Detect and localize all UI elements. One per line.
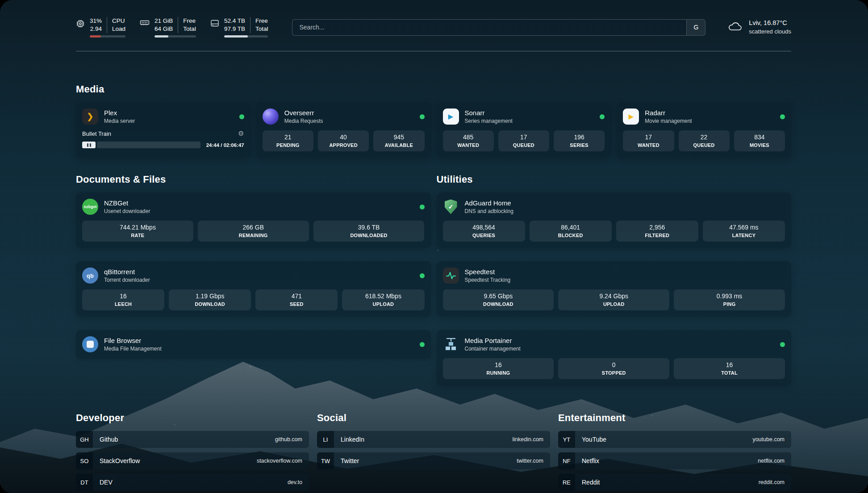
disk-label-1: Free — [250, 17, 268, 25]
bookmark-abbr: SO — [76, 452, 93, 469]
app-card-plex[interactable]: ❯ Plex Media server Bullet Train ⚙ 24:44… — [76, 102, 250, 158]
stat-tile: 266 GBREMAINING — [198, 221, 309, 242]
bookmark-github[interactable]: GH Github github.com — [76, 431, 309, 448]
bookmark-abbr: RE — [558, 474, 575, 491]
stat-tile: 945AVAILABLE — [373, 130, 424, 151]
status-dot — [780, 114, 785, 119]
bookmark-name: Github — [100, 436, 118, 443]
pause-button[interactable] — [82, 142, 96, 148]
overseerr-icon — [263, 109, 279, 125]
nzbget-icon: nzbget — [82, 199, 98, 215]
app-card-sonarr[interactable]: ▶ Sonarr Series management 485WANTED 17Q… — [437, 102, 611, 158]
stat-tile: 2,956FILTERED — [616, 221, 698, 242]
app-card-filebrowser[interactable]: File Browser Media File Management — [76, 330, 431, 359]
app-card-speedtest[interactable]: Speedtest Speedtest Tracking 9.65 GbpsDO… — [437, 261, 792, 317]
media-grid: ❯ Plex Media server Bullet Train ⚙ 24:44… — [76, 102, 791, 158]
bookmark-url: linkedin.com — [513, 436, 543, 443]
app-subtitle: Media Requests — [284, 118, 323, 124]
app-card-radarr[interactable]: ▶ Radarr Movie management 17WANTED 22QUE… — [617, 102, 791, 158]
stat-tile: 9.24 GbpsUPLOAD — [558, 289, 669, 310]
cpu-stats: 31% CPU 2.94 Load — [90, 17, 125, 33]
stat-tile: 16RUNNING — [443, 358, 554, 379]
app-card-qbittorrent[interactable]: qb qBittorrent Torrent downloader 16LEEC… — [76, 261, 431, 317]
cpu-widget: 31% CPU 2.94 Load — [76, 17, 125, 38]
app-card-overseerr[interactable]: Overseerr Media Requests 21PENDING 40APP… — [256, 102, 431, 158]
stat-tile: 834MOVIES — [734, 130, 785, 151]
stat-tile: 17WANTED — [623, 130, 674, 151]
bookmark-netflix[interactable]: NF Netflix netflix.com — [558, 452, 791, 469]
playback-time: 24:44 / 02:06:47 — [206, 142, 244, 148]
stat-tile: 16TOTAL — [674, 358, 785, 379]
stat-tile: 0.993 msPING — [674, 289, 785, 310]
memory-free-value: 21 GiB — [154, 17, 178, 25]
header-divider — [76, 51, 791, 51]
bookmark-abbr: DT — [76, 474, 93, 491]
app-subtitle: Usenet downloader — [104, 208, 150, 214]
status-dot — [420, 273, 425, 278]
background-snow-specks — [0, 0, 1, 1]
status-dot — [420, 114, 425, 119]
app-card-portainer[interactable]: Media Portainer Container management 16R… — [437, 330, 792, 385]
filebrowser-icon — [82, 336, 98, 352]
cpu-load-percent: 31% — [90, 17, 107, 25]
bookmark-url: netflix.com — [758, 458, 785, 464]
weather-location-temp: Lviv, 16.87°C — [749, 19, 791, 27]
stat-tile: 17QUEUED — [498, 130, 549, 151]
gear-icon[interactable]: ⚙ — [238, 130, 244, 138]
bookmark-url: stackoverflow.com — [257, 458, 302, 464]
app-name: Speedtest — [465, 268, 511, 276]
app-subtitle: DNS and adblocking — [465, 208, 513, 214]
app-subtitle: Series management — [465, 118, 513, 124]
stat-tile: 0STOPPED — [558, 358, 669, 379]
bookmark-name: Netflix — [582, 457, 599, 464]
search-input[interactable] — [292, 20, 686, 35]
section-title-documents: Documents & Files — [76, 174, 431, 185]
status-dot — [239, 114, 244, 119]
disk-widget: 52.4 TB Free 97.9 TB Total — [210, 17, 268, 38]
cpu-label-1: CPU — [107, 17, 125, 25]
bookmark-dev[interactable]: DT DEV dev.to — [76, 474, 309, 491]
status-dot — [420, 205, 425, 209]
section-title-social: Social — [317, 412, 550, 424]
app-card-nzbget[interactable]: nzbget NZBGet Usenet downloader 744.21 M… — [76, 192, 431, 248]
playback-progress-track[interactable] — [97, 142, 200, 148]
bookmark-url: dev.to — [288, 479, 302, 485]
dashboard-window: 31% CPU 2.94 Load 21 — [0, 0, 868, 493]
stat-tile: 21PENDING — [263, 130, 313, 151]
stat-tile: 22QUEUED — [679, 130, 730, 151]
app-name: AdGuard Home — [465, 199, 513, 207]
bookmark-stackoverflow[interactable]: SO StackOverflow stackoverflow.com — [76, 452, 309, 469]
bookmark-youtube[interactable]: YT YouTube youtube.com — [558, 431, 791, 448]
stat-tile: 1.19 GbpsDOWNLOAD — [169, 289, 251, 310]
app-subtitle: Media server — [104, 118, 135, 124]
bookmark-abbr: TW — [317, 452, 334, 469]
app-name: Media Portainer — [465, 337, 521, 344]
search-engine-button[interactable]: G — [686, 20, 705, 35]
app-name: Plex — [104, 109, 135, 117]
bookmark-linkedin[interactable]: LI LinkedIn linkedin.com — [317, 431, 550, 448]
disk-stats: 52.4 TB Free 97.9 TB Total — [224, 17, 268, 33]
bookmark-reddit[interactable]: RE Reddit reddit.com — [558, 474, 791, 491]
bookmark-abbr: GH — [76, 431, 93, 448]
bookmark-twitter[interactable]: TW Twitter twitter.com — [317, 452, 550, 469]
bookmarks-social: Social LI LinkedIn linkedin.com TW Twitt… — [317, 412, 550, 493]
search-bar: G — [292, 19, 705, 36]
memory-ram-icon — [140, 19, 150, 28]
section-title-entertainment: Entertainment — [558, 412, 791, 424]
utilities-column: Utilities ✓ AdGuard Home DNS and adblock… — [437, 174, 792, 385]
app-name: File Browser — [104, 337, 162, 344]
bookmark-name: YouTube — [582, 436, 606, 443]
bookmarks-developer: Developer GH Github github.com SO StackO… — [76, 412, 309, 493]
dashboard-content: 31% CPU 2.94 Load 21 — [76, 0, 791, 493]
disk-drive-icon — [210, 19, 219, 29]
status-dot — [780, 342, 785, 347]
stat-tile: 485WANTED — [443, 130, 494, 151]
app-card-adguard[interactable]: ✓ AdGuard Home DNS and adblocking 498,56… — [437, 192, 792, 248]
memory-label-1: Free — [178, 17, 196, 25]
weather-widget: Lviv, 16.87°C scattered clouds — [727, 19, 791, 36]
bookmark-name: Twitter — [341, 457, 359, 464]
bookmark-name: LinkedIn — [341, 436, 364, 443]
speedtest-icon — [443, 267, 459, 284]
stat-tile: 9.65 GbpsDOWNLOAD — [443, 289, 554, 310]
memory-total-value: 64 GiB — [154, 25, 178, 33]
